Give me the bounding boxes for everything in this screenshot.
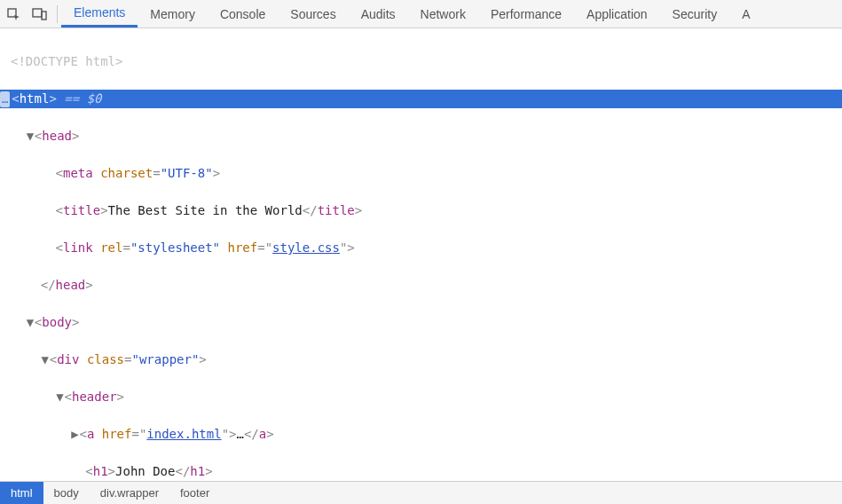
tab-network[interactable]: Network (408, 0, 478, 28)
expand-arrow-icon[interactable]: ▼ (56, 388, 65, 406)
expand-arrow-icon[interactable]: ▼ (41, 350, 50, 369)
tab-memory[interactable]: Memory (138, 0, 208, 28)
tab-elements[interactable]: Elements (61, 0, 138, 28)
doctype-line: <!DOCTYPE html> (11, 54, 122, 68)
node-head-close[interactable]: </head> (0, 276, 842, 295)
ellipsis-icon: … (0, 91, 10, 107)
devtools-toolbar: Elements Memory Console Sources Audits N… (0, 0, 842, 28)
tab-console[interactable]: Console (208, 0, 278, 28)
dom-breadcrumb: html body div.wrapper footer (0, 481, 842, 504)
tab-performance[interactable]: Performance (478, 0, 574, 28)
node-link[interactable]: <link rel="stylesheet" href="style.css"> (0, 239, 842, 257)
selected-indicator: == $0 (57, 90, 102, 108)
devtools-tabs: Elements Memory Console Sources Audits N… (61, 0, 763, 28)
inspect-icon[interactable] (0, 1, 27, 28)
node-div-wrapper[interactable]: ▼<div class="wrapper"> (0, 350, 842, 369)
toolbar-separator (57, 5, 58, 23)
svg-rect-2 (42, 12, 46, 20)
index-link[interactable]: index.html (146, 427, 221, 441)
crumb-html[interactable]: html (0, 482, 43, 504)
tag-html: html (20, 90, 50, 108)
tab-sources[interactable]: Sources (278, 0, 348, 28)
tab-application[interactable]: Application (574, 0, 660, 28)
device-toggle-icon[interactable] (27, 1, 53, 28)
node-body[interactable]: ▼<body> (0, 313, 842, 332)
node-a[interactable]: ▶<a href="index.html">…</a> (0, 425, 842, 444)
node-header[interactable]: ▼<header> (0, 388, 842, 406)
node-meta[interactable]: <meta charset="UTF-8"> (0, 164, 842, 183)
crumb-div-wrapper[interactable]: div.wrapper (90, 482, 169, 504)
svg-rect-1 (33, 9, 42, 17)
expand-arrow-icon[interactable]: ▼ (26, 127, 35, 146)
crumb-footer[interactable]: footer (169, 482, 220, 504)
tab-audits[interactable]: Audits (349, 0, 408, 28)
stylesheet-link[interactable]: style.css (272, 240, 340, 255)
collapse-arrow-icon[interactable]: ▶ (70, 425, 79, 444)
node-head[interactable]: ▼<head> (0, 127, 842, 146)
selected-node-html[interactable]: …<html> == $0 (0, 90, 842, 108)
node-title[interactable]: <title>The Best Site in the World</title… (0, 201, 842, 220)
node-h1[interactable]: <h1>John Doe</h1> (0, 462, 842, 481)
tab-overflow[interactable]: A (729, 0, 762, 28)
expand-arrow-icon[interactable]: ▼ (26, 313, 35, 332)
dom-tree[interactable]: <!DOCTYPE html> …<html> == $0 ▼<head> <m… (0, 28, 842, 504)
crumb-body[interactable]: body (43, 482, 90, 504)
tab-security[interactable]: Security (660, 0, 730, 28)
